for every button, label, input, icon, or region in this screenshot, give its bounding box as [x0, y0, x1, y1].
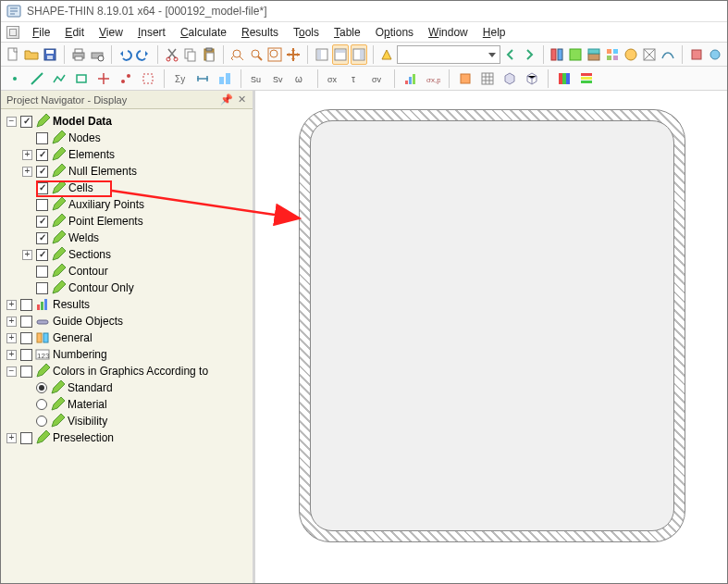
checkbox[interactable]	[36, 199, 48, 211]
cut-button[interactable]	[164, 44, 180, 65]
wire-button[interactable]	[522, 68, 542, 89]
node-tool-button[interactable]	[5, 68, 25, 89]
tool-h-button[interactable]	[688, 44, 705, 65]
line-tool-button[interactable]	[27, 68, 47, 89]
tree-cells[interactable]: Cells	[3, 180, 251, 196]
tree-elements[interactable]: + Elements	[3, 146, 251, 163]
sigma-v-button[interactable]: σv	[368, 68, 389, 89]
legend-button[interactable]	[576, 68, 597, 89]
undo-button[interactable]	[117, 44, 133, 65]
tool-d-button[interactable]	[604, 44, 621, 65]
paste-button[interactable]	[201, 44, 217, 65]
render-button[interactable]	[500, 68, 520, 89]
calculate-button[interactable]	[378, 44, 395, 65]
tree-colors-group[interactable]: − Colors in Graphics According to	[3, 363, 251, 379]
tool-g-button[interactable]	[660, 44, 676, 65]
tree-aux-points[interactable]: Auxiliary Points	[3, 196, 251, 213]
expand-icon[interactable]: +	[6, 433, 17, 443]
checkbox[interactable]	[36, 182, 48, 194]
tree-general[interactable]: + General	[3, 329, 251, 346]
graph-button[interactable]	[401, 68, 421, 89]
zoom-extents-button[interactable]	[266, 44, 283, 65]
checkbox[interactable]	[36, 166, 48, 178]
tau-button[interactable]: τ	[346, 68, 366, 89]
new-button[interactable]	[5, 44, 21, 65]
menu-help[interactable]: Help	[475, 24, 513, 41]
checkbox[interactable]	[20, 366, 32, 378]
expand-icon[interactable]: +	[22, 150, 32, 160]
open-button[interactable]	[23, 44, 40, 65]
section-button[interactable]	[215, 68, 235, 89]
tool-a-button[interactable]	[549, 44, 565, 65]
dd-prev-button[interactable]	[502, 44, 519, 65]
tree-guide-objects[interactable]: + Guide Objects	[3, 313, 251, 329]
dimension-button[interactable]	[192, 68, 213, 89]
checkbox[interactable]	[20, 299, 32, 311]
polyline-tool-button[interactable]	[49, 68, 69, 89]
tool-f-button[interactable]	[641, 44, 658, 65]
mesh-button[interactable]	[477, 68, 498, 89]
stress-sv-button[interactable]: Sv	[269, 68, 290, 89]
menu-insert[interactable]: Insert	[130, 24, 173, 41]
stress-su-button[interactable]: Su	[247, 68, 267, 89]
redo-button[interactable]	[135, 44, 152, 65]
radio[interactable]	[36, 399, 47, 410]
sigma-x-button[interactable]: σx	[324, 68, 344, 89]
print-preview-button[interactable]	[89, 44, 105, 65]
menu-file[interactable]: File	[25, 24, 57, 41]
tree-null-elements[interactable]: + Null Elements	[3, 163, 251, 180]
menu-table[interactable]: Table	[327, 24, 368, 41]
expand-icon[interactable]: +	[22, 250, 32, 260]
checkbox[interactable]	[36, 132, 48, 144]
tree-preselection[interactable]: + Preselection	[3, 429, 251, 446]
tree-welds[interactable]: Welds	[3, 230, 251, 246]
tree-nodes[interactable]: Nodes	[3, 130, 251, 146]
tree-material[interactable]: Material	[3, 396, 251, 413]
checkbox[interactable]	[20, 332, 32, 344]
menu-calculate[interactable]: Calculate	[173, 24, 234, 41]
expand-icon[interactable]: +	[6, 317, 17, 327]
collapse-icon[interactable]: −	[6, 117, 17, 127]
axis-button[interactable]: σx,pl	[423, 68, 443, 89]
menu-view[interactable]: View	[92, 24, 130, 41]
mdi-restore-icon[interactable]	[6, 26, 19, 39]
tree-point-elements[interactable]: Point Elements	[3, 213, 251, 230]
checkbox[interactable]	[36, 266, 48, 278]
zoom-button[interactable]	[248, 44, 265, 65]
checkbox[interactable]	[20, 116, 32, 128]
menu-results[interactable]: Results	[234, 24, 286, 41]
expand-icon[interactable]: +	[22, 167, 32, 177]
view-mode-2-button[interactable]	[332, 44, 349, 65]
tree-sections[interactable]: + Sections	[3, 246, 251, 263]
expand-icon[interactable]: +	[6, 300, 17, 310]
tree-standard[interactable]: Standard	[3, 379, 251, 396]
radio[interactable]	[36, 416, 47, 427]
panel-pin-icon[interactable]: 📌	[221, 94, 232, 106]
checkbox[interactable]	[20, 349, 32, 361]
checkbox[interactable]	[36, 249, 48, 261]
zoom-prev-button[interactable]	[229, 44, 246, 65]
view-mode-3-button[interactable]	[351, 44, 367, 65]
colors-button[interactable]	[554, 68, 574, 89]
menu-tools[interactable]: Tools	[286, 24, 327, 41]
checkbox[interactable]	[36, 232, 48, 244]
tool-e-button[interactable]	[623, 44, 639, 65]
navigator-tree[interactable]: − Model Data Nodes + Elements + Nul	[1, 109, 253, 583]
checkbox[interactable]	[36, 149, 48, 161]
tree-model-data[interactable]: − Model Data	[3, 113, 251, 130]
sigma-y-button[interactable]: Σy	[170, 68, 191, 89]
expand-icon[interactable]: +	[6, 333, 17, 343]
tree-numbering[interactable]: + 123 Numbering	[3, 346, 251, 363]
tool-2e-button[interactable]	[93, 68, 114, 89]
print-button[interactable]	[70, 44, 87, 65]
pan-button[interactable]	[285, 44, 302, 65]
tree-contour-only[interactable]: Contour Only	[3, 280, 251, 296]
tool-i-button[interactable]	[707, 44, 723, 65]
model-viewport[interactable]	[255, 91, 727, 583]
checkbox[interactable]	[20, 316, 32, 328]
checkbox[interactable]	[36, 216, 48, 228]
menu-edit[interactable]: Edit	[57, 24, 92, 41]
menu-options[interactable]: Options	[368, 24, 421, 41]
loadcase-dropdown[interactable]	[397, 45, 500, 64]
tool-b-button[interactable]	[567, 44, 584, 65]
